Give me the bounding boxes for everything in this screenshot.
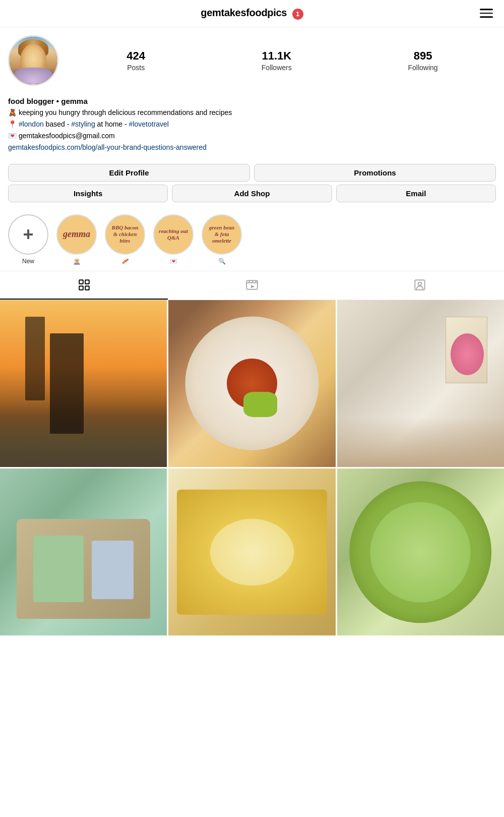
posts-count: 424 (127, 49, 145, 63)
svg-rect-0 (79, 280, 83, 284)
header-title: gemtakesfoodpics 1 (201, 7, 303, 20)
highlight-circle-bbq: BBQ bacon & chicken bites (105, 214, 145, 255)
bio-hashtag-london[interactable]: #london (19, 120, 44, 128)
app-header: gemtakesfoodpics 1 (0, 0, 504, 27)
followers-count: 11.1K (262, 49, 291, 63)
buttons-row-1: Edit Profile Promotions (0, 160, 504, 185)
highlight-label-new: New (22, 258, 34, 265)
followers-stat[interactable]: 11.1K Followers (262, 49, 292, 72)
bio-hashtag-styling[interactable]: #styling (71, 120, 95, 128)
svg-point-11 (418, 282, 422, 285)
notification-badge: 1 (292, 9, 303, 20)
highlight-new[interactable]: + New (8, 214, 48, 265)
promotions-button[interactable]: Promotions (254, 164, 496, 182)
photo-5[interactable] (168, 469, 335, 635)
bio-line-3: 💌 gemtakesfoodpics@gmail.com (8, 131, 496, 141)
highlight-label-gemma: 🧝‍♀️ (73, 258, 81, 265)
svg-rect-1 (85, 280, 89, 284)
highlight-green-bean[interactable]: green bean & feta omelette 🔍 (202, 214, 242, 265)
svg-rect-2 (79, 286, 83, 290)
bio-emoji-2: 📍 (8, 120, 17, 128)
bio-line-1: 🧸 keeping you hungry through delicious r… (8, 107, 496, 118)
highlights-row: + New gemma 🧝‍♀️ BBQ bacon & chicken bit… (0, 208, 504, 269)
profile-section: 424 Posts 11.1K Followers 895 Following (0, 27, 504, 97)
tab-grid[interactable] (0, 271, 168, 300)
insights-button[interactable]: Insights (8, 185, 168, 202)
reels-icon (245, 278, 259, 291)
photo-1[interactable] (0, 300, 167, 467)
tagged-icon (413, 278, 426, 291)
tab-reels[interactable] (168, 271, 336, 300)
following-label: Following (408, 64, 437, 72)
highlight-circle-green-bean: green bean & feta omelette (202, 214, 242, 255)
menu-line-3 (480, 17, 493, 18)
tab-tagged[interactable] (336, 271, 504, 300)
posts-label: Posts (127, 64, 145, 72)
highlight-bbq[interactable]: BBQ bacon & chicken bites 🥓 (105, 214, 145, 265)
bio-line-2: 📍 #london based - #styling at home - #lo… (8, 119, 496, 130)
highlight-qa[interactable]: reaching out Q&A 💌 (153, 214, 194, 265)
bio-email: gemtakesfoodpics@gmail.com (19, 132, 115, 140)
bio-hashtag-travel[interactable]: #lovetotravel (129, 120, 169, 128)
bio-website-link[interactable]: gemtakesfoodpics.com/blog/all-your-brand… (8, 143, 207, 151)
followers-label: Followers (262, 64, 292, 72)
highlight-circle-gemma: gemma (56, 214, 97, 255)
buttons-row-2: Insights Add Shop Email (0, 185, 504, 208)
username-text: gemtakesfoodpics (201, 7, 287, 18)
grid-icon (78, 278, 91, 291)
menu-button[interactable] (478, 7, 495, 20)
photo-3[interactable] (337, 300, 504, 467)
stats-row: 424 Posts 11.1K Followers 895 Following (69, 49, 496, 72)
avatar[interactable] (8, 35, 58, 86)
svg-rect-3 (85, 286, 89, 290)
photo-grid (0, 300, 504, 636)
highlight-gemma[interactable]: gemma 🧝‍♀️ (56, 214, 97, 265)
photo-6[interactable] (337, 469, 504, 635)
bio-emoji-3: 💌 (8, 132, 17, 140)
tabs-row (0, 271, 504, 300)
svg-marker-9 (251, 285, 255, 288)
bio-name: food blogger • gemma (8, 97, 496, 105)
highlight-label-green-bean: 🔍 (218, 258, 226, 265)
menu-line-1 (480, 9, 493, 11)
posts-stat[interactable]: 424 Posts (127, 49, 145, 72)
add-icon: + (23, 223, 33, 245)
bio-text-home: at home - (97, 120, 129, 128)
bio-text-based: based - (46, 120, 72, 128)
add-shop-button[interactable]: Add Shop (172, 185, 332, 202)
bio-section: food blogger • gemma 🧸 keeping you hungr… (0, 97, 504, 160)
photo-2[interactable] (168, 300, 335, 467)
bio-line-4: gemtakesfoodpics.com/blog/all-your-brand… (8, 142, 496, 153)
highlight-label-qa: 💌 (170, 258, 177, 265)
highlight-circle-new: + (8, 214, 48, 255)
highlight-circle-qa: reaching out Q&A (153, 214, 194, 255)
photo-4[interactable] (0, 469, 167, 635)
edit-profile-button[interactable]: Edit Profile (8, 164, 250, 182)
bio-emoji-1: 🧸 (8, 108, 17, 116)
email-button[interactable]: Email (336, 185, 496, 202)
menu-line-2 (480, 13, 493, 14)
highlight-label-bbq: 🥓 (121, 258, 129, 265)
following-stat[interactable]: 895 Following (408, 49, 437, 72)
following-count: 895 (414, 49, 432, 63)
